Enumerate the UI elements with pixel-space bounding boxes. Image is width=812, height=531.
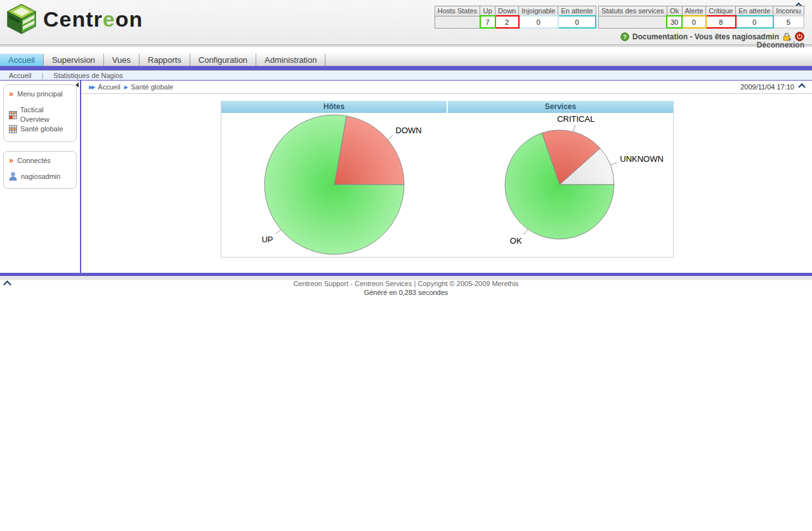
sidebar-menu-title-row: » Menu principal	[9, 90, 74, 98]
sidebar-connected-title: Connectés	[17, 157, 51, 164]
connected-user-name: nagiosadmin	[21, 173, 60, 180]
hosts-states-title: Hosts States	[435, 6, 480, 16]
services-col-warning: Alerte	[682, 6, 706, 16]
sub-nav: Accueil | Statistiques de Nagios	[0, 70, 812, 81]
main-nav: Accueil Supervision Vues Rapports Config…	[0, 53, 812, 67]
footer: Centreon Support - Centreon Services | C…	[0, 280, 812, 297]
breadcrumb-meta: 2009/11/04 17:10	[740, 83, 804, 91]
services-ok-count[interactable]: 30	[667, 16, 682, 28]
services-warning-count[interactable]: 0	[682, 16, 706, 28]
sidebar-item-tactical-overview[interactable]: Tactical Overview	[9, 105, 74, 124]
pie-label-critical: CRITICAL	[557, 114, 594, 124]
lock-icon[interactable]	[782, 32, 792, 41]
panel-body: DOWNUP UNKNOWNCRITICALOK	[221, 113, 673, 257]
logout-label[interactable]: Déconnexion	[757, 41, 804, 49]
services-col-ok: Ok	[667, 6, 682, 16]
pie-label-line	[524, 229, 528, 235]
footer-copyright: Copyright © 2005-2009 Merethis	[417, 280, 518, 287]
sidebar-item-sante-globale[interactable]: Santé globale	[9, 124, 74, 134]
hosts-col-unreachable: Injoignable	[519, 6, 558, 16]
footer-generation-time: Généré en 0,283 secondes	[0, 289, 812, 297]
tab-configuration[interactable]: Configuration	[190, 54, 256, 67]
services-pending-count[interactable]: 0	[736, 16, 773, 28]
services-panel-title: Services	[447, 101, 673, 113]
hosts-col-down: Down	[495, 6, 519, 16]
pie-label-line	[388, 135, 393, 140]
subnav-separator: |	[41, 72, 43, 79]
hosts-down-count[interactable]: 2	[495, 16, 519, 28]
tab-vues[interactable]: Vues	[104, 54, 140, 67]
user-icon	[9, 172, 17, 181]
services-col-pending: En attente	[736, 6, 773, 16]
hosts-spacer	[435, 16, 480, 28]
sidebar: » Menu principal Tactical Overview	[0, 81, 81, 273]
double-chevron-icon: »	[9, 157, 13, 164]
services-unknown-count[interactable]: 5	[773, 16, 804, 28]
services-states-table: Statuts des services Ok Alerte Critique …	[598, 6, 804, 29]
footer-services-link[interactable]: Centreon Services	[355, 280, 412, 287]
breadcrumb-accueil[interactable]: Accueil	[98, 83, 120, 91]
status-summary: Hosts States Up Down Injoignable En atte…	[435, 6, 804, 29]
tactical-overview-icon	[9, 111, 17, 119]
sidebar-item-label: Santé globale	[20, 124, 63, 134]
pie-label-up: UP	[261, 235, 273, 244]
collapse-content-icon[interactable]	[798, 83, 805, 90]
services-pie-chart: UNKNOWNCRITICALOK	[447, 113, 673, 257]
sidebar-menu-box: » Menu principal Tactical Overview	[3, 84, 77, 142]
svg-text:?: ?	[623, 34, 627, 40]
services-col-unknown: Inconnu	[773, 6, 804, 16]
hosts-col-up: Up	[480, 6, 495, 16]
panel-header: Hôtes Services	[221, 101, 673, 113]
sidebar-collapse-icon[interactable]	[75, 82, 79, 88]
pie-label-line	[573, 125, 575, 132]
services-critical-count[interactable]: 8	[706, 16, 736, 28]
header-divider	[0, 44, 812, 48]
tab-accueil[interactable]: Accueil	[0, 54, 44, 67]
hosts-col-pending: En attente	[558, 6, 596, 16]
tab-supervision[interactable]: Supervision	[44, 54, 104, 67]
footer-separator: -	[348, 280, 355, 287]
subnav-accueil[interactable]: Accueil	[9, 72, 31, 79]
centreon-page: Centreon Hosts States Up Down Injoignabl…	[0, 0, 812, 531]
breadcrumb-sante-globale[interactable]: Santé globale	[131, 83, 173, 91]
breadcrumb-row: ▶▶ Accueil ▶ Santé globale 2009/11/04 17…	[81, 81, 812, 94]
page-datetime: 2009/11/04 17:10	[740, 83, 794, 91]
documentation-help-icon[interactable]: ?	[620, 32, 629, 41]
footer-support-link[interactable]: Centreon Support	[293, 280, 348, 287]
hosts-pending-count[interactable]: 0	[558, 16, 596, 28]
subnav-statistiques-nagios[interactable]: Statistiques de Nagios	[53, 72, 122, 79]
sidebar-connected-box: » Connectés nagiosadmin	[3, 151, 77, 189]
centreon-cube-icon	[5, 3, 38, 36]
footer-copyright-line: Centreon Support - Centreon Services | C…	[0, 280, 812, 288]
breadcrumb-double-arrow-icon: ▶▶	[89, 84, 94, 90]
session-label[interactable]: Documentation - Vous êtes nagiosadmin	[632, 32, 779, 41]
sidebar-item-label: Tactical Overview	[20, 105, 74, 124]
main-content: ▶▶ Accueil ▶ Santé globale 2009/11/04 17…	[81, 81, 812, 273]
hosts-states-table: Hosts States Up Down Injoignable En atte…	[435, 6, 596, 29]
breadcrumb: ▶▶ Accueil ▶ Santé globale	[89, 83, 173, 91]
services-spacer	[599, 16, 667, 28]
tab-rapports[interactable]: Rapports	[140, 54, 190, 67]
pie-label-down: DOWN	[396, 126, 422, 135]
user-session-row: ? Documentation - Vous êtes nagiosadmin	[620, 32, 804, 41]
breadcrumb-arrow-icon: ▶	[124, 84, 127, 90]
global-health-panel: Hôtes Services DOWNUP UNKNOWNCRITICALOK	[221, 101, 674, 258]
services-states-title: Statuts des services	[599, 6, 667, 16]
sidebar-connected-title-row: » Connectés	[9, 157, 74, 164]
sidebar-menu-title: Menu principal	[17, 90, 63, 98]
logout-power-icon[interactable]	[795, 32, 804, 41]
pie-label-unknown: UNKNOWN	[620, 154, 664, 164]
logo-wordmark: Centreon	[43, 7, 143, 32]
centreon-logo[interactable]: Centreon	[5, 3, 143, 36]
services-col-critical: Critique	[706, 6, 736, 16]
hosts-panel-title: Hôtes	[221, 101, 447, 113]
hosts-up-count[interactable]: 7	[480, 16, 495, 28]
pie-label-ok: OK	[510, 236, 522, 246]
pie-label-line	[275, 230, 280, 234]
nav-accent-bar	[0, 66, 812, 70]
pie-label-line	[610, 162, 617, 165]
tab-administration[interactable]: Administration	[256, 54, 325, 67]
global-health-icon	[9, 125, 17, 133]
connected-user-row: nagiosadmin	[9, 172, 74, 181]
hosts-unreachable-count[interactable]: 0	[519, 16, 558, 28]
